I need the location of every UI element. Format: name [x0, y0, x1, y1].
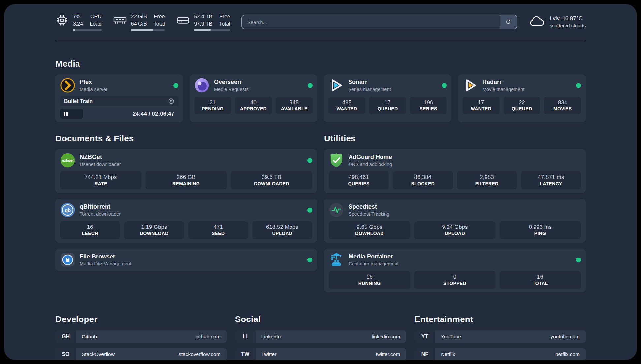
radarr-icon	[463, 78, 478, 93]
stat-value: 39.6 TB	[233, 174, 310, 180]
stat-total: 16 TOTAL	[500, 271, 581, 289]
disk-free-label: Free	[219, 13, 230, 20]
ram-free-label: Free	[154, 13, 165, 20]
weather-condition: scattered clouds	[550, 22, 586, 29]
pause-icon[interactable]	[64, 112, 68, 116]
app-title: File Browser	[80, 253, 131, 260]
dashboard: 7% 3.24 CPU Load	[4, 4, 637, 360]
stat-label: SEED	[190, 231, 246, 236]
app-card-radarr[interactable]: Radarr Movie management 17 WANTED 22 QUE…	[458, 74, 586, 122]
stat-downloaded: 39.6 TB DOWNLOADED	[231, 171, 312, 189]
app-card-filebrowser[interactable]: File Browser Media File Management	[55, 249, 317, 271]
stat-label: MOVIES	[546, 106, 579, 111]
link-name: StackOverflow	[82, 351, 115, 357]
social-section: Social LI LinkedIn linkedin.com TW Twitt…	[235, 314, 406, 360]
stat-value: 9.24 Gbps	[416, 224, 494, 230]
status-online-dot	[442, 83, 447, 88]
stat-value: 21	[196, 99, 229, 106]
stat-label: SERIES	[412, 106, 445, 111]
search-engine-button[interactable]: G	[500, 15, 517, 29]
disk-progress-bar	[194, 29, 230, 31]
stat-value: 17	[371, 99, 404, 106]
stat-queries: 498,461 QUERIES	[329, 171, 389, 189]
cpu-load-label: Load	[90, 20, 102, 28]
link-abbreviation: GH	[55, 330, 76, 343]
link-url: github.com	[196, 334, 221, 340]
stat-label: LATENCY	[523, 181, 579, 186]
portainer-icon	[329, 252, 344, 267]
link-url: stackoverflow.com	[179, 351, 221, 357]
stat-pending: 21 PENDING	[194, 97, 231, 114]
svg-text:qb: qb	[65, 207, 71, 213]
stat-label: LEECH	[62, 231, 118, 236]
svg-text:nzbget: nzbget	[62, 158, 74, 162]
link-youtube[interactable]: YT YouTube youtube.com	[414, 330, 586, 343]
app-card-speedtest[interactable]: Speedtest Speedtest Tracking 9.65 Gbps D…	[324, 199, 586, 243]
app-subtitle: Container management	[349, 261, 399, 267]
stat-value: 16	[331, 274, 408, 280]
stat-value: 945	[278, 99, 311, 106]
search-bar[interactable]: G	[241, 15, 517, 29]
stat-label: DOWNLOAD	[126, 231, 182, 236]
link-netflix[interactable]: NF Netflix netflix.com	[414, 348, 586, 360]
stat-upload: 618.52 Mbps UPLOAD	[252, 221, 312, 239]
stat-value: 86,384	[395, 174, 451, 180]
link-name: Twitter	[261, 351, 277, 357]
cpu-usage-value: 7%	[73, 13, 83, 20]
stat-upload: 9.24 Gbps UPLOAD	[414, 221, 496, 239]
app-subtitle: Torrent downloader	[80, 211, 121, 217]
app-title: Media Portainer	[349, 253, 399, 260]
search-input[interactable]	[242, 15, 500, 29]
app-subtitle: Speedtest Tracking	[349, 211, 389, 217]
app-subtitle: Media File Management	[80, 261, 131, 267]
system-monitors: 7% 3.24 CPU Load	[55, 13, 230, 31]
cpu-usage-label: CPU	[90, 13, 102, 20]
section-title-documents: Documents & Files	[55, 134, 317, 144]
stat-label: QUERIES	[331, 181, 387, 186]
stat-filtered: 2,953 FILTERED	[457, 171, 517, 189]
stat-label: DOWNLOAD	[331, 231, 408, 236]
stat-label: APPROVED	[237, 106, 270, 111]
app-card-qbittorrent[interactable]: qb qBittorrent Torrent downloader 16 LEE…	[55, 199, 317, 243]
app-title: qBittorrent	[80, 203, 121, 211]
link-twitter[interactable]: TW Twitter twitter.com	[235, 348, 406, 360]
stat-value: 17	[465, 99, 498, 106]
sonarr-icon	[328, 78, 344, 93]
stat-download: 9.65 Gbps DOWNLOAD	[329, 221, 410, 239]
app-card-plex[interactable]: Plex Media server Bullet Train 24:44 / 0…	[55, 74, 183, 122]
section-title-developer: Developer	[55, 314, 227, 324]
stat-value: 0.993 ms	[502, 224, 579, 230]
filebrowser-icon	[60, 252, 75, 267]
app-card-sonarr[interactable]: Sonarr Series management 485 WANTED 17 Q…	[324, 74, 451, 122]
stat-value: 16	[62, 224, 118, 230]
link-linkedin[interactable]: LI LinkedIn linkedin.com	[235, 330, 406, 343]
app-card-portainer[interactable]: Media Portainer Container management 16 …	[324, 249, 586, 292]
section-title-media: Media	[55, 59, 586, 69]
status-online-dot	[576, 258, 581, 262]
app-title: AdGuard Home	[349, 153, 392, 161]
stat-rate: 744.21 Mbps RATE	[60, 171, 141, 189]
stat-value: 471	[190, 224, 246, 230]
app-card-overseerr[interactable]: Overseerr Media Requests 21 PENDING 40 A…	[190, 74, 317, 122]
weather-widget: Lviv, 16.87°C scattered clouds	[529, 15, 586, 29]
app-title: NZBGet	[80, 153, 121, 161]
app-card-nzbget[interactable]: nzbget NZBGet Usenet downloader 744.21 M…	[55, 149, 317, 193]
app-title: Overseerr	[214, 78, 249, 86]
plex-icon	[60, 78, 75, 93]
link-abbreviation: LI	[235, 330, 256, 343]
stat-label: AVAILABLE	[278, 106, 311, 111]
link-github[interactable]: GH Github github.com	[55, 330, 227, 343]
link-stackoverflow[interactable]: SO StackOverflow stackoverflow.com	[55, 348, 227, 360]
ram-progress-bar	[131, 29, 165, 31]
stat-label: UPLOAD	[416, 231, 494, 236]
app-card-adguard[interactable]: AdGuard Home DNS and adblocking 498,461 …	[324, 149, 586, 193]
link-name: LinkedIn	[261, 334, 281, 340]
link-name: YouTube	[441, 334, 461, 340]
stat-running: 16 RUNNING	[329, 271, 410, 289]
playback-progress-bar[interactable]: 24:44 / 02:06:47	[60, 109, 178, 119]
stat-available: 945 AVAILABLE	[276, 97, 313, 114]
app-subtitle: Movie management	[482, 86, 524, 92]
stat-wanted: 17 WANTED	[463, 97, 500, 114]
stat-label: QUEUED	[505, 106, 538, 111]
stat-download: 1.19 Gbps DOWNLOAD	[124, 221, 184, 239]
